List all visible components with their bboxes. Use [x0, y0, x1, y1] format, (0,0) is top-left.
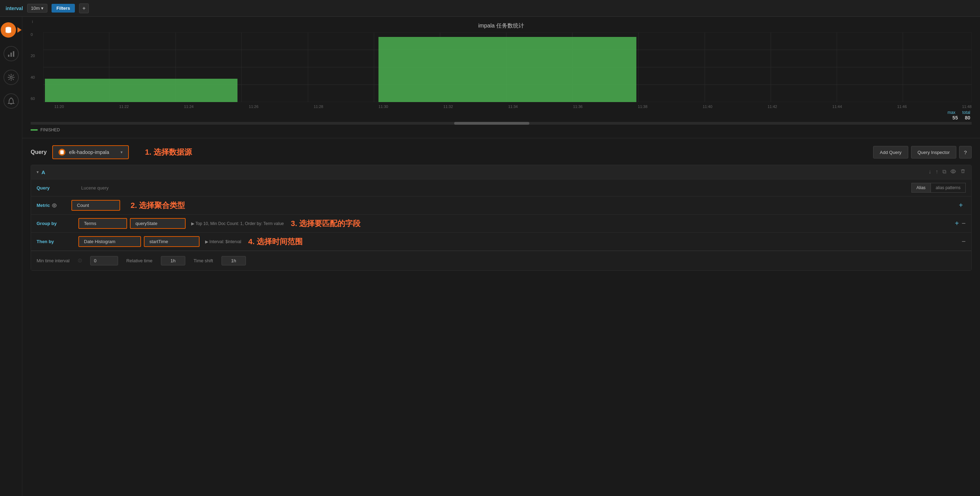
thenby-label: Then by: [37, 239, 78, 244]
database-icon-active[interactable]: [1, 22, 16, 38]
legend-text: FINISHED: [40, 127, 60, 132]
groupby-label: Group by: [37, 221, 78, 226]
add-query-button[interactable]: Add Query: [873, 146, 908, 159]
thenby-type-select[interactable]: Date Histogram: [78, 236, 141, 247]
sidebar-item-notifications[interactable]: [3, 93, 19, 109]
lucene-query-input[interactable]: [78, 184, 912, 192]
info-icon[interactable]: ⓘ: [78, 258, 82, 263]
add-metric-button[interactable]: +: [956, 200, 966, 210]
top-toolbar: interval 10m ▾ Filters +: [0, 0, 980, 17]
groupby-actions: + −: [955, 219, 966, 227]
chart-scrollbar[interactable]: [31, 122, 972, 125]
query-row-label: Query: [37, 185, 78, 191]
chart-info-icon: i: [32, 19, 33, 24]
datasource-dropdown-arrow: ▾: [121, 150, 123, 155]
thenby-row: Then by Date Histogram startTime ▶ Inter…: [31, 233, 971, 251]
groupby-row: Group by Terms queryState ▶ Top 10, Min …: [31, 215, 971, 233]
thenby-options-arrow: ▶: [205, 239, 208, 244]
svg-rect-7: [13, 51, 14, 57]
chart-legend: FINISHED: [31, 127, 972, 132]
alias-tab[interactable]: Alias: [912, 183, 931, 192]
groupby-field-select[interactable]: queryState: [130, 218, 186, 229]
query-inspector-button[interactable]: Query Inspector: [911, 146, 957, 159]
chart-title: impala 任务数统计: [31, 22, 972, 30]
min-time-input[interactable]: [90, 256, 118, 265]
legend-color: [31, 129, 38, 130]
collapse-arrow[interactable]: ▾: [37, 170, 39, 175]
time-shift-label: Time shift: [194, 258, 213, 263]
total-value: 80: [965, 115, 970, 121]
query-section: Query elk-hadoop-impala ▾ 1.: [22, 138, 980, 280]
max-value: 55: [953, 115, 958, 121]
panel-id: A: [41, 169, 45, 175]
toggle-visibility-icon[interactable]: [950, 169, 956, 176]
svg-point-8: [10, 76, 12, 78]
groupby-add-button[interactable]: +: [955, 219, 959, 227]
metric-eye-icon[interactable]: [52, 203, 57, 208]
chart-svg: [43, 32, 972, 102]
chart-wrapper: 60 40 20 0: [31, 32, 972, 121]
move-down-icon[interactable]: ↓: [929, 169, 931, 176]
datasource-select[interactable]: elk-hadoop-impala ▾: [52, 145, 129, 159]
max-label: max: [948, 110, 956, 115]
chart-stats: max total: [43, 110, 972, 115]
query-panel-a: ▾ A ↓ ↑ ⧉: [31, 165, 972, 271]
add-filter-button[interactable]: +: [79, 3, 89, 13]
thenby-field-select[interactable]: startTime: [144, 236, 200, 247]
sidebar-item-database[interactable]: [1, 22, 22, 38]
thenby-options[interactable]: ▶ Interval: $interval: [205, 239, 241, 244]
annotation-4: 4. 选择时间范围: [248, 237, 303, 247]
svg-point-4: [6, 31, 11, 33]
move-up-icon[interactable]: ↑: [935, 169, 938, 176]
metric-label: Metric: [37, 203, 72, 208]
svg-point-37: [54, 205, 55, 206]
datasource-icon: [59, 149, 65, 156]
annotation-1: 1. 选择数据源: [145, 147, 191, 157]
svg-rect-6: [10, 52, 12, 57]
interval-button[interactable]: 10m ▾: [27, 4, 47, 13]
groupby-options[interactable]: ▶ Top 10, Min Doc Count: 1, Order by: Te…: [191, 221, 284, 226]
sidebar-item-settings[interactable]: [3, 70, 19, 85]
svg-rect-30: [379, 37, 636, 102]
chart-area: i impala 任务数统计 60 40 20 0: [22, 17, 980, 138]
groupby-options-text: Top 10, Min Doc Count: 1, Order by: Term…: [196, 221, 284, 226]
relative-time-label: Relative time: [126, 258, 153, 263]
query-label: Query: [31, 149, 47, 155]
min-time-label: Min time interval: [37, 258, 70, 263]
time-shift-value[interactable]: 1h: [221, 256, 246, 265]
panel-actions: ↓ ↑ ⧉: [929, 169, 966, 176]
thenby-options-text: Interval: $interval: [209, 239, 241, 244]
groupby-options-arrow: ▶: [191, 221, 194, 226]
interval-label: interval: [6, 6, 23, 11]
left-sidebar: [0, 17, 22, 496]
groupby-remove-button[interactable]: −: [961, 219, 966, 227]
thenby-remove-button[interactable]: −: [961, 238, 966, 246]
annotation-2: 2. 选择聚合类型: [130, 200, 185, 211]
alias-patterns-tab[interactable]: alias patterns: [931, 183, 966, 192]
panel-a-header: ▾ A ↓ ↑ ⧉: [31, 165, 971, 180]
delete-icon[interactable]: [960, 169, 966, 176]
query-actions: Add Query Query Inspector ?: [873, 146, 972, 159]
active-arrow: [18, 27, 22, 33]
interval-value: 10m: [31, 6, 40, 11]
scrollbar-thumb[interactable]: [454, 122, 529, 125]
duplicate-icon[interactable]: ⧉: [942, 169, 946, 176]
query-row: Query Alias alias patterns: [31, 180, 971, 196]
filters-button[interactable]: Filters: [51, 4, 75, 13]
sidebar-item-chart[interactable]: [3, 46, 19, 61]
content-area: i impala 任务数统计 60 40 20 0: [22, 17, 980, 496]
svg-point-36: [953, 171, 954, 172]
metric-type-select[interactable]: Count: [72, 200, 120, 211]
svg-rect-5: [8, 55, 10, 57]
chart-stat-values: 55 80: [43, 115, 972, 121]
metric-row: Metric Count 2. 选择聚合类型 +: [31, 196, 971, 215]
svg-point-35: [60, 153, 64, 154]
chart-x-labels: 11:20 11:22 11:24 11:26 11:28 11:30 11:3…: [43, 105, 972, 109]
bottom-options: Min time interval ⓘ Relative time 1h Tim…: [31, 251, 971, 270]
svg-rect-29: [45, 79, 237, 102]
relative-time-value[interactable]: 1h: [161, 256, 185, 265]
groupby-type-select[interactable]: Terms: [78, 218, 127, 229]
interval-arrow: ▾: [41, 6, 43, 11]
query-header: Query elk-hadoop-impala ▾ 1.: [31, 145, 972, 159]
help-button[interactable]: ?: [959, 146, 972, 159]
